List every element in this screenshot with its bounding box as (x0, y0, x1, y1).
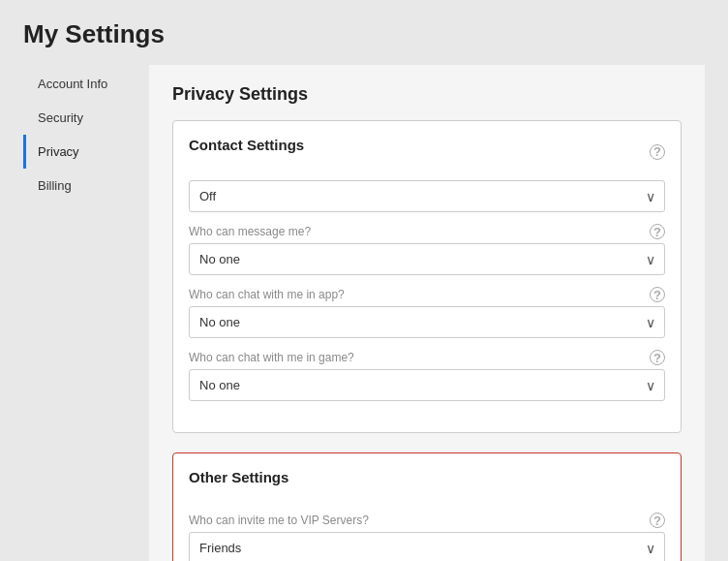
who-chat-game-select[interactable]: No one Friends Everyone (189, 369, 665, 401)
who-chat-app-label-row: Who can chat with me in app? ? (189, 287, 665, 302)
contact-toggle-select-wrapper: Off On (189, 180, 665, 212)
who-message-group: Who can message me? ? No one Friends Eve… (189, 224, 665, 275)
sidebar-item-security[interactable]: Security (23, 101, 149, 135)
contact-settings-title: Contact Settings (189, 137, 304, 153)
privacy-settings-title: Privacy Settings (172, 84, 682, 105)
who-message-label-row: Who can message me? ? (189, 224, 665, 239)
who-message-help-icon[interactable]: ? (650, 224, 665, 239)
who-chat-game-help-icon[interactable]: ? (650, 350, 665, 365)
who-invite-vip-help-icon[interactable]: ? (650, 513, 665, 528)
who-invite-vip-select-wrapper: Friends No one Everyone (189, 532, 665, 561)
contact-toggle-select[interactable]: Off On (189, 180, 665, 212)
who-invite-vip-select[interactable]: Friends No one Everyone (189, 532, 665, 561)
sidebar-item-billing[interactable]: Billing (23, 169, 149, 203)
content-area: Account Info Security Privacy Billing Pr… (23, 65, 705, 561)
who-chat-app-select[interactable]: No one Friends Everyone (189, 306, 665, 338)
other-settings-card: Other Settings Who can invite me to VIP … (172, 452, 682, 561)
who-invite-vip-label-row: Who can invite me to VIP Servers? ? (189, 513, 665, 528)
other-card-header: Other Settings (189, 469, 665, 499)
who-invite-vip-label: Who can invite me to VIP Servers? (189, 514, 369, 527)
who-chat-app-select-wrapper: No one Friends Everyone (189, 306, 665, 338)
who-message-label: Who can message me? (189, 225, 311, 238)
contact-settings-card: Contact Settings ? Off On Who can m (172, 120, 682, 433)
other-settings-title: Other Settings (189, 469, 288, 485)
who-chat-game-select-wrapper: No one Friends Everyone (189, 369, 665, 401)
who-chat-game-group: Who can chat with me in game? ? No one F… (189, 350, 665, 401)
contact-toggle-group: Off On (189, 180, 665, 212)
sidebar-item-account-info[interactable]: Account Info (23, 67, 149, 101)
who-chat-app-label: Who can chat with me in app? (189, 288, 345, 301)
sidebar: Account Info Security Privacy Billing (23, 65, 149, 561)
main-content: Privacy Settings Contact Settings ? Off … (149, 65, 705, 561)
who-chat-game-label-row: Who can chat with me in game? ? (189, 350, 665, 365)
who-chat-game-label: Who can chat with me in game? (189, 351, 354, 364)
page-wrapper: My Settings Account Info Security Privac… (0, 0, 728, 561)
who-chat-app-help-icon[interactable]: ? (650, 287, 665, 302)
who-chat-app-group: Who can chat with me in app? ? No one Fr… (189, 287, 665, 338)
sidebar-item-privacy[interactable]: Privacy (23, 135, 149, 169)
contact-card-header: Contact Settings ? (189, 137, 665, 167)
page-title: My Settings (23, 19, 705, 49)
who-invite-vip-group: Who can invite me to VIP Servers? ? Frie… (189, 513, 665, 561)
who-message-select[interactable]: No one Friends Everyone (189, 243, 665, 275)
who-message-select-wrapper: No one Friends Everyone (189, 243, 665, 275)
contact-settings-help-icon[interactable]: ? (650, 144, 665, 160)
